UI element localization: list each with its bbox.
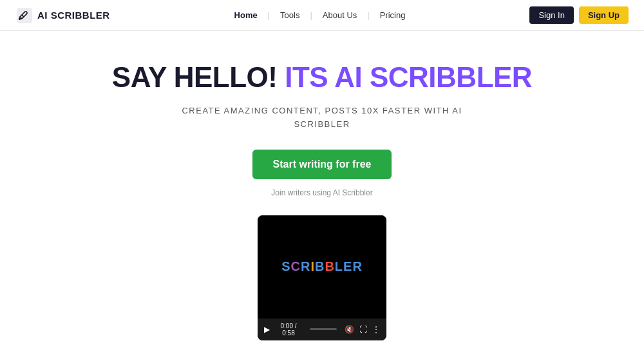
- svg-text:🖊: 🖊: [18, 10, 28, 21]
- nav-tools[interactable]: Tools: [270, 10, 310, 20]
- nav-home[interactable]: Home: [224, 10, 268, 20]
- logo: 🖊 AI SCRIBBLER: [15, 6, 110, 25]
- navbar: 🖊 AI SCRIBBLER Home | Tools | About Us |…: [0, 0, 644, 31]
- hero-section: SAY HELLO! ITS AI SCRIBBLER CREATE AMAZI…: [0, 31, 644, 361]
- video-progress-bar[interactable]: [310, 328, 337, 330]
- signup-button[interactable]: Sign Up: [579, 6, 629, 24]
- main-nav: Home | Tools | About Us | Pricing: [224, 10, 416, 20]
- signin-button[interactable]: Sign In: [529, 6, 573, 24]
- nav-tools-link[interactable]: Tools: [270, 10, 310, 20]
- video-volume-icon[interactable]: 🔇: [345, 325, 354, 334]
- navbar-actions: Sign In Sign Up: [529, 6, 629, 24]
- video-menu-icon[interactable]: ⋮: [372, 325, 380, 334]
- hero-subtitle: CREATE AMAZING CONTENT, POSTS 10X FASTER…: [13, 104, 631, 132]
- logo-text: AI SCRIBBLER: [37, 10, 110, 21]
- hero-title-purple: ITS AI SCRIBBLER: [277, 61, 532, 93]
- hero-subtext: Join writers using AI Scribbler: [13, 188, 631, 197]
- nav-home-link[interactable]: Home: [224, 10, 268, 20]
- video-screen: SCRIBBLER: [258, 215, 386, 319]
- video-play-button[interactable]: ▶: [264, 325, 270, 334]
- video-player: SCRIBBLER ▶ 0:00 / 0:58 🔇 ⛶ ⋮: [258, 215, 386, 340]
- nav-about[interactable]: About Us: [312, 10, 367, 20]
- hero-title: SAY HELLO! ITS AI SCRIBBLER: [13, 62, 631, 93]
- logo-icon: 🖊: [15, 6, 33, 25]
- video-area: SCRIBBLER ▶ 0:00 / 0:58 🔇 ⛶ ⋮: [13, 215, 631, 340]
- nav-pricing[interactable]: Pricing: [370, 10, 416, 20]
- video-controls: ▶ 0:00 / 0:58 🔇 ⛶ ⋮: [258, 319, 386, 340]
- nav-about-link[interactable]: About Us: [312, 10, 367, 20]
- video-fullscreen-icon[interactable]: ⛶: [359, 325, 367, 334]
- video-time: 0:00 / 0:58: [275, 322, 302, 337]
- video-logo: SCRIBBLER: [281, 259, 363, 274]
- nav-pricing-link[interactable]: Pricing: [370, 10, 416, 20]
- hero-title-black: SAY HELLO!: [112, 61, 278, 93]
- cta-button[interactable]: Start writing for free: [252, 150, 392, 179]
